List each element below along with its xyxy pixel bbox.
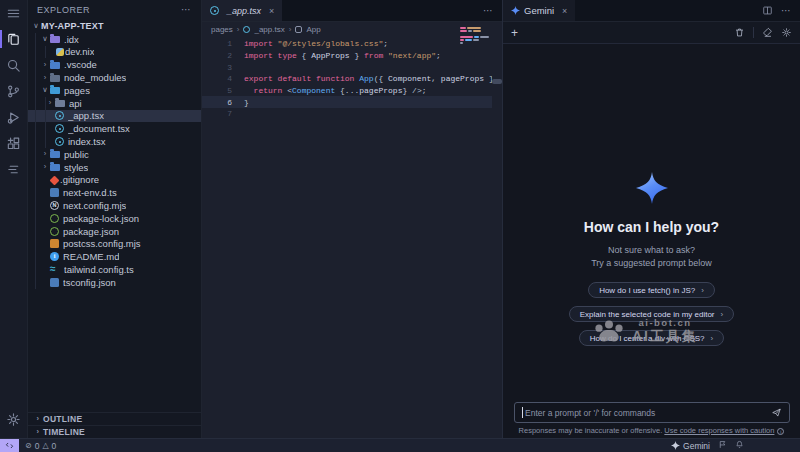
tree-item-tailwind.config.ts[interactable]: tailwind.config.ts [28, 263, 201, 276]
gemini-logo-sparkle [636, 170, 668, 206]
tree-item--document.tsx[interactable]: _document.tsx [28, 122, 201, 135]
panel-tab-strip: Gemini × ⋯ [503, 0, 800, 22]
activity-explorer-button[interactable] [0, 26, 28, 52]
tree-item--app.tsx[interactable]: _app.tsx [28, 110, 201, 123]
chevron-right-icon[interactable]: › [40, 149, 50, 159]
disclaimer-link[interactable]: Use code responses with caution [664, 426, 774, 435]
tree-item-.idx[interactable]: ∨.idx [28, 33, 201, 46]
chevron-right-icon: › [33, 414, 43, 424]
settings-gear-icon[interactable] [781, 24, 792, 42]
suggested-prompt-button-3[interactable]: How do I center a div with CSS?› [579, 330, 724, 346]
chevron-right-icon[interactable]: › [40, 60, 50, 70]
tree-item-postcss.config.mjs[interactable]: postcss.config.mjs [28, 238, 201, 251]
chevron-right-icon: › [701, 286, 704, 295]
minimap[interactable] [460, 27, 492, 45]
gemini-status-item[interactable]: Gemini [671, 441, 710, 451]
clear-chat-eraser-icon[interactable] [762, 24, 773, 42]
tree-item-.vscode[interactable]: ›.vscode [28, 58, 201, 71]
close-tab-icon[interactable]: × [562, 6, 567, 16]
tab-label: _app.tsx [227, 6, 261, 16]
chevron-right-icon[interactable]: › [40, 162, 50, 172]
activity-bar [0, 0, 28, 438]
editor-more-actions-icon[interactable]: ⋯ [483, 5, 494, 16]
activity-search-button[interactable] [0, 52, 28, 78]
tree-item-public[interactable]: ›public [28, 148, 201, 161]
activity-run-debug-button[interactable] [0, 104, 28, 130]
gemini-heading: How can I help you? [584, 219, 719, 235]
info-icon[interactable]: i [777, 428, 784, 435]
activity-settings-button[interactable] [0, 406, 28, 432]
warnings-icon: △ [42, 441, 48, 450]
send-prompt-icon[interactable] [771, 407, 782, 418]
gemini-toolbar: + [503, 22, 800, 44]
feedback-flag-icon[interactable] [718, 440, 727, 451]
tree-item-api[interactable]: ›api [28, 97, 201, 110]
breadcrumb-symbol[interactable]: App [306, 25, 320, 34]
bell-icon[interactable] [735, 440, 744, 451]
suggested-prompt-button-1[interactable]: How do I use fetch() in JS?› [588, 282, 715, 298]
extensions-icon [6, 136, 21, 151]
tree-item-readme.md[interactable]: README.md [28, 250, 201, 263]
outline-section-header[interactable]: › OUTLINE [28, 412, 201, 425]
file-react-icon [55, 111, 64, 120]
activity-idx-tools-button[interactable] [0, 156, 28, 182]
activity-menu-button[interactable] [0, 0, 28, 26]
explorer-icon [6, 32, 21, 47]
tree-item-next.config.mjs[interactable]: next.config.mjs [28, 199, 201, 212]
suggested-prompt-button-2[interactable]: Explain the selected code in my editor› [569, 306, 734, 322]
symbol-icon [295, 26, 302, 33]
tree-item-dev.nix[interactable]: dev.nix [28, 46, 201, 59]
breadcrumb-file[interactable]: _app.tsx [254, 25, 284, 34]
gemini-subtext-line2: Try a suggested prompt below [591, 257, 712, 270]
code-editor[interactable]: 1import "@/styles/globals.css";2import t… [202, 37, 492, 438]
chevron-right-icon[interactable]: › [40, 73, 50, 83]
file-npm-icon [50, 214, 59, 223]
activity-source-control-button[interactable] [0, 78, 28, 104]
tree-item-next-env.d.ts[interactable]: next-env.d.ts [28, 186, 201, 199]
problems-status[interactable]: ⊘ 0 △ 0 [25, 441, 56, 451]
file-npm-icon [50, 227, 59, 236]
explorer-more-actions-icon[interactable]: ⋯ [181, 5, 192, 15]
remote-icon [5, 441, 14, 450]
tree-item-label: next-env.d.ts [63, 187, 117, 198]
file-tree[interactable]: ∨MY-APP-TEXT∨.idxdev.nix›.vscode›node_mo… [28, 20, 201, 412]
tree-item-.gitignore[interactable]: .gitignore [28, 174, 201, 187]
breadcrumb[interactable]: pages › _app.tsx › App [202, 22, 502, 37]
tree-item-label: api [69, 98, 82, 109]
tree-item-package-lock.json[interactable]: package-lock.json [28, 212, 201, 225]
tree-item-tsconfig.json[interactable]: tsconfig.json [28, 276, 201, 289]
tree-item-styles[interactable]: ›styles [28, 161, 201, 174]
timeline-section-header[interactable]: › TIMELINE [28, 425, 201, 438]
scrollbar-thumb[interactable] [492, 79, 502, 84]
split-editor-icon[interactable] [762, 2, 773, 20]
remote-indicator[interactable] [0, 439, 19, 452]
breadcrumb-folder[interactable]: pages [211, 25, 233, 34]
chevron-down-icon[interactable]: ∨ [40, 85, 50, 95]
chevron-down-icon[interactable]: ∨ [31, 21, 41, 31]
code-text: export default function App({ Component,… [244, 74, 492, 83]
timeline-label: TIMELINE [43, 427, 85, 437]
chevron-down-icon[interactable]: ∨ [40, 34, 50, 44]
prompt-input[interactable]: Enter a prompt or '/' for commands [514, 402, 790, 423]
folder-public-icon [50, 151, 60, 158]
new-chat-plus-icon[interactable]: + [511, 26, 518, 40]
settings-icon [6, 412, 21, 427]
tab-gemini[interactable]: Gemini × [503, 0, 575, 21]
tab-app-tsx[interactable]: _app.tsx × [202, 0, 282, 21]
suggested-prompt-label: How do I center a div with CSS? [590, 334, 705, 343]
line-number: 2 [202, 51, 232, 60]
tree-item-index.tsx[interactable]: index.tsx [28, 135, 201, 148]
tree-item-package.json[interactable]: package.json [28, 225, 201, 238]
react-icon [243, 26, 250, 33]
status-bar: ⊘ 0 △ 0 Gemini [0, 438, 800, 452]
errors-count: 0 [35, 441, 40, 451]
tree-item-pages[interactable]: ∨pages [28, 84, 201, 97]
tree-item-node-modules[interactable]: ›node_modules [28, 71, 201, 84]
tree-item-my-app-text[interactable]: ∨MY-APP-TEXT [28, 20, 201, 33]
activity-extensions-button[interactable] [0, 130, 28, 156]
panel-more-actions-icon[interactable]: ⋯ [781, 5, 792, 16]
chevron-right-icon[interactable]: › [45, 98, 55, 108]
delete-chat-trash-icon[interactable] [734, 24, 745, 42]
tree-item-label: tsconfig.json [63, 277, 116, 288]
close-tab-icon[interactable]: × [269, 6, 274, 16]
